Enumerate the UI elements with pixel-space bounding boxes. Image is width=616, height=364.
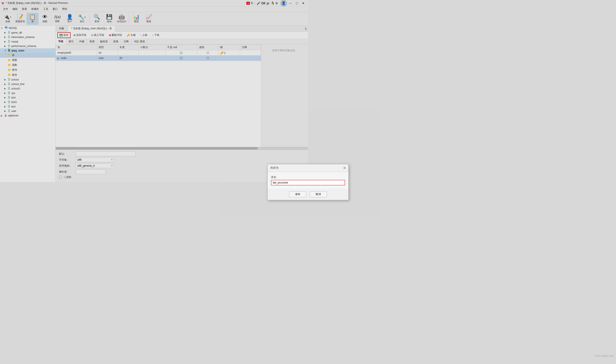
dialog-title-bar: 另存为 ✕ <box>268 164 308 172</box>
dialog-overlay: 另存为 ✕ 表名: 保存 取消 <box>0 0 308 182</box>
dialog-field-label: 表名: <box>271 175 308 179</box>
table-name-input[interactable] <box>271 180 308 182</box>
dialog-body: 表名: <box>268 172 308 182</box>
dialog-title-text: 另存为 <box>270 166 278 170</box>
save-as-dialog: 另存为 ✕ 表名: 保存 取消 <box>267 164 308 182</box>
